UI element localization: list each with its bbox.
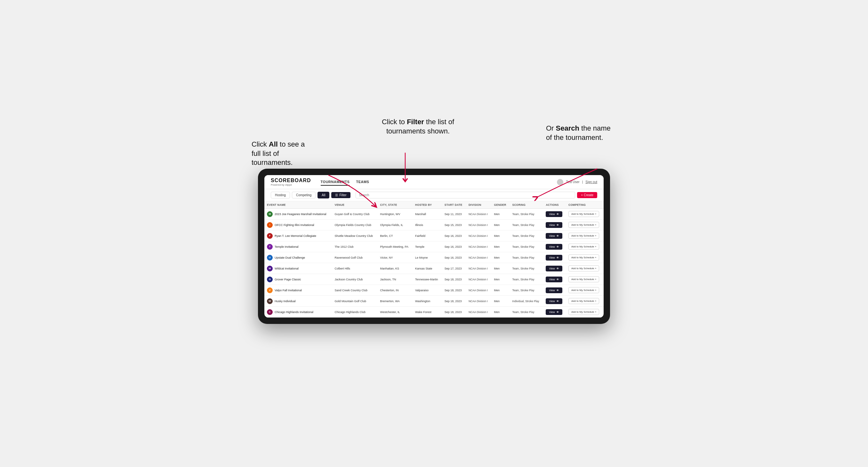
event-name-text: Grover Page Classic <box>275 278 301 281</box>
add-schedule-button[interactable]: Add to My Schedule + <box>568 254 599 260</box>
col-division: DIVISION <box>466 201 492 209</box>
add-schedule-button[interactable]: Add to My Schedule + <box>568 233 599 239</box>
sign-out-link[interactable]: Sign out <box>585 180 597 184</box>
add-schedule-label: Add to My Schedule + <box>571 213 597 215</box>
hosted-by-cell: Washington <box>412 296 442 307</box>
view-button[interactable]: View 👁 <box>546 233 562 239</box>
tablet-screen: SCOREBOARD Powered by clippd TOURNAMENTS… <box>265 175 603 317</box>
view-button[interactable]: View 👁 <box>546 255 562 260</box>
start-date-cell: Sep 11, 2023 <box>442 209 466 220</box>
view-eye-icon: 👁 <box>556 213 559 216</box>
city-state-cell: Berlin, CT <box>378 230 412 241</box>
hosted-by-cell: Wake Forest <box>412 307 442 317</box>
division-cell: NCAA Division I <box>466 307 492 317</box>
venue-cell: Guyan Golf & Country Club <box>332 209 377 220</box>
venue-cell: Chicago Highlands Club <box>332 307 377 317</box>
add-schedule-button[interactable]: Add to My Schedule + <box>568 222 599 228</box>
venue-cell: Gold Mountain Golf Club <box>332 296 377 307</box>
annotation-top-left: Click All to see a full list of tourname… <box>252 140 316 167</box>
view-label: View <box>549 223 555 227</box>
view-eye-icon: 👁 <box>556 256 559 259</box>
scoring-cell: Team, Stroke Play <box>509 252 543 263</box>
competing-cell: Add to My Schedule + <box>566 252 603 263</box>
view-button[interactable]: View 👁 <box>546 266 562 272</box>
event-name-text: Chicago Highlands Invitational <box>275 310 313 314</box>
event-name-text: Valpo Fall Invitational <box>275 289 302 292</box>
view-label: View <box>549 256 555 259</box>
actions-cell: View 👁 <box>543 220 566 230</box>
create-button[interactable]: + Create <box>577 192 597 198</box>
team-logo: I <box>267 222 273 228</box>
gender-cell: Men <box>492 241 510 252</box>
view-button[interactable]: View 👁 <box>546 298 562 304</box>
city-state-cell: Jackson, TN <box>378 274 412 285</box>
all-tab[interactable]: All <box>317 192 329 198</box>
nav-tab-tournaments[interactable]: TOURNAMENTS <box>321 179 350 186</box>
city-state-cell: Victor, NY <box>378 252 412 263</box>
col-start-date: START DATE <box>442 201 466 209</box>
add-schedule-button[interactable]: Add to My Schedule + <box>568 309 599 315</box>
view-button[interactable]: View 👁 <box>546 277 562 282</box>
division-cell: NCAA Division I <box>466 209 492 220</box>
view-button[interactable]: View 👁 <box>546 222 562 228</box>
annotation-top-right: Or Search the name of the tournament. <box>546 124 616 142</box>
view-button[interactable]: View 👁 <box>546 244 562 250</box>
city-state-cell: Chesterton, IN <box>378 285 412 296</box>
view-label: View <box>549 213 555 216</box>
venue-cell: Ravenwood Golf Club <box>332 252 377 263</box>
team-logo: V <box>267 287 273 293</box>
view-button[interactable]: View 👁 <box>546 211 562 217</box>
event-name-cell: F Ryan T. Lee Memorial Collegiate <box>265 230 332 241</box>
view-eye-icon: 👁 <box>556 267 559 270</box>
view-button[interactable]: View 👁 <box>546 287 562 293</box>
scoring-cell: Team, Stroke Play <box>509 285 543 296</box>
add-schedule-button[interactable]: Add to My Schedule + <box>568 211 599 217</box>
logo-sub: Powered by clippd <box>271 183 311 186</box>
table-row: W Husky Individual Gold Mountain Golf Cl… <box>265 296 603 307</box>
add-schedule-button[interactable]: Add to My Schedule + <box>568 244 599 250</box>
add-schedule-button[interactable]: Add to My Schedule + <box>568 266 599 272</box>
view-button[interactable]: View 👁 <box>546 309 562 315</box>
view-label: View <box>549 310 555 314</box>
venue-cell: Shuttle Meadow Country Club <box>332 230 377 241</box>
event-name-text: Wildcat Invitational <box>275 267 299 270</box>
add-schedule-button[interactable]: Add to My Schedule + <box>568 298 599 304</box>
table-row: I OFCC Fighting Illini Invitational Olym… <box>265 220 603 230</box>
view-label: View <box>549 245 555 248</box>
filter-button[interactable]: ☰ Filter <box>331 192 350 198</box>
event-name-cell: I OFCC Fighting Illini Invitational <box>265 220 332 230</box>
col-event-name: EVENT NAME <box>265 201 332 209</box>
division-cell: NCAA Division I <box>466 241 492 252</box>
col-actions: ACTIONS <box>543 201 566 209</box>
col-gender: GENDER <box>492 201 510 209</box>
add-schedule-button[interactable]: Add to My Schedule + <box>568 287 599 293</box>
competing-cell: Add to My Schedule + <box>566 274 603 285</box>
hosting-tab[interactable]: Hosting <box>271 192 290 198</box>
venue-cell: Sand Creek Country Club <box>332 285 377 296</box>
table-row: G Grover Page Classic Jackson Country Cl… <box>265 274 603 285</box>
view-label: View <box>549 300 555 303</box>
scoring-cell: Team, Stroke Play <box>509 220 543 230</box>
search-input[interactable] <box>355 192 576 198</box>
competing-cell: Add to My Schedule + <box>566 241 603 252</box>
team-logo: T <box>267 244 273 250</box>
table-row: U Upstate Dual Challenge Ravenwood Golf … <box>265 252 603 263</box>
city-state-cell: Westchester, IL <box>378 307 412 317</box>
competing-tab[interactable]: Competing <box>292 192 316 198</box>
team-logo: G <box>267 277 273 282</box>
app-header: SCOREBOARD Powered by clippd TOURNAMENTS… <box>265 175 603 189</box>
add-schedule-label: Add to My Schedule + <box>571 310 597 313</box>
actions-cell: View 👁 <box>543 241 566 252</box>
add-schedule-label: Add to My Schedule + <box>571 300 597 303</box>
nav-tab-teams[interactable]: TEAMS <box>356 179 369 186</box>
hosted-by-cell: Valparaiso <box>412 285 442 296</box>
user-avatar <box>557 179 563 185</box>
view-eye-icon: 👁 <box>556 234 559 238</box>
add-schedule-label: Add to My Schedule + <box>571 245 597 248</box>
start-date-cell: Sep 17, 2023 <box>442 263 466 274</box>
event-name-cell: V Valpo Fall Invitational <box>265 285 332 296</box>
add-schedule-button[interactable]: Add to My Schedule + <box>568 276 599 282</box>
table-row: V Valpo Fall Invitational Sand Creek Cou… <box>265 285 603 296</box>
col-hosted-by: HOSTED BY <box>412 201 442 209</box>
venue-cell: Jackson Country Club <box>332 274 377 285</box>
